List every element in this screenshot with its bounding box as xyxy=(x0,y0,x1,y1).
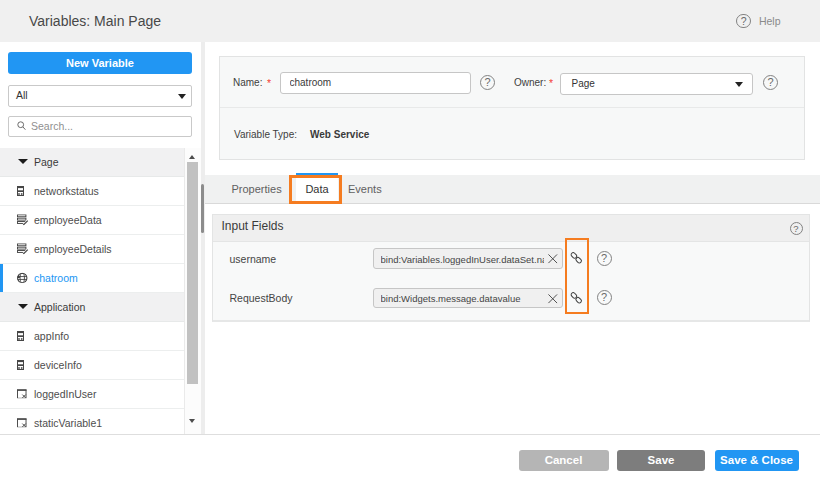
scroll-down-arrow-icon[interactable] xyxy=(189,419,195,423)
input-fields-header: Input Fields ? xyxy=(213,215,810,242)
tree-item-label: deviceInfo xyxy=(34,359,82,371)
owner-select[interactable]: Page xyxy=(560,73,753,95)
new-variable-button[interactable]: New Variable xyxy=(8,52,192,75)
requestbody-label: RequestBody xyxy=(230,292,293,304)
live-variable-icon xyxy=(17,214,29,226)
tree-item-label: networkstatus xyxy=(34,185,99,197)
sidebar-scrollbar[interactable] xyxy=(184,148,201,435)
name-input[interactable] xyxy=(280,72,471,94)
static-variable-icon xyxy=(17,389,27,399)
tree-item-label: employeeDetails xyxy=(34,243,112,255)
annotation-box-data-tab xyxy=(289,175,342,204)
dialog-header: Variables: Main Page ? Help xyxy=(0,0,820,42)
variable-type-value: Web Service xyxy=(310,129,369,140)
triangle-collapse-icon xyxy=(18,304,28,309)
save-and-close-button[interactable]: Save & Close xyxy=(715,450,799,471)
dialog-footer: Cancel Save Save & Close xyxy=(0,434,820,489)
search-icon xyxy=(17,121,26,131)
static-variable-icon xyxy=(17,418,27,428)
triangle-collapse-icon xyxy=(18,159,28,164)
search-input[interactable] xyxy=(31,120,171,132)
tab-events[interactable]: Events xyxy=(348,175,382,204)
tree-item-appInfo[interactable]: appInfo xyxy=(0,322,184,351)
help-label: Help xyxy=(759,15,781,27)
owner-label: Owner: xyxy=(514,77,546,88)
annotation-box-bind-links xyxy=(565,238,589,314)
cancel-button[interactable]: Cancel xyxy=(519,450,609,471)
username-bind-value: bind:Variables.loggedInUser.dataSet.na xyxy=(381,254,544,265)
requestbody-bind-input[interactable]: bind:Widgets.message.datavalue xyxy=(373,288,563,309)
variable-filter-select[interactable]: All xyxy=(8,85,192,107)
tree-item-label: staticVariable1 xyxy=(34,417,102,429)
tree-item-employeeDetails[interactable]: employeeDetails xyxy=(0,235,184,264)
main-scrollbar-thumb[interactable] xyxy=(201,184,204,233)
tree-item-loggedInUser[interactable]: loggedInUser xyxy=(0,380,184,409)
save-button[interactable]: Save xyxy=(617,450,705,471)
variables-sidebar: New Variable All Page networkstatus xyxy=(0,42,200,434)
tree-item-employeeData[interactable]: employeeData xyxy=(0,206,184,235)
help-button[interactable]: ? Help xyxy=(736,0,780,42)
name-help-icon[interactable]: ? xyxy=(480,75,495,90)
live-variable-icon xyxy=(17,243,29,255)
tree-item-label: chatroom xyxy=(34,272,78,284)
model-variable-icon xyxy=(17,360,24,370)
tree-item-chatroom[interactable]: chatroom xyxy=(0,264,184,293)
tree-group-page[interactable]: Page xyxy=(0,148,184,177)
chevron-down-icon xyxy=(735,82,743,87)
variables-tree: Page networkstatus employeeData xyxy=(0,148,184,435)
tab-properties[interactable]: Properties xyxy=(232,175,282,204)
required-asterisk: * xyxy=(549,77,553,89)
name-owner-row: Name: * ? Owner: * Page ? xyxy=(220,57,805,107)
variable-type-row: Variable Type: Web Service xyxy=(220,108,805,160)
username-bind-input[interactable]: bind:Variables.loggedInUser.dataSet.na xyxy=(373,248,563,269)
variable-type-label: Variable Type: xyxy=(234,129,297,140)
tree-item-networkstatus[interactable]: networkstatus xyxy=(0,177,184,206)
requestbody-bind-value: bind:Widgets.message.datavalue xyxy=(381,293,544,304)
scrollbar-thumb[interactable] xyxy=(187,162,198,384)
tree-group-application[interactable]: Application xyxy=(0,293,184,322)
chevron-down-icon xyxy=(178,94,186,99)
clear-binding-icon[interactable] xyxy=(547,293,559,305)
scroll-up-arrow-icon[interactable] xyxy=(189,155,195,159)
owner-value: Page xyxy=(572,78,595,89)
tree-group-label: Application xyxy=(34,301,85,313)
page-title: Variables: Main Page xyxy=(29,0,161,42)
name-label: Name: xyxy=(233,77,262,88)
variable-filter-value: All xyxy=(16,89,28,101)
tree-item-label: employeeData xyxy=(34,214,102,226)
search-box xyxy=(8,116,192,137)
model-variable-icon xyxy=(17,186,24,196)
username-label: username xyxy=(230,253,277,265)
variable-summary-panel: Name: * ? Owner: * Page ? Variable Type:… xyxy=(219,56,806,160)
tree-group-label: Page xyxy=(34,156,59,168)
requestbody-help-icon[interactable]: ? xyxy=(597,290,612,305)
input-fields-title: Input Fields xyxy=(222,219,284,233)
input-fields-help-icon[interactable]: ? xyxy=(790,222,803,235)
main-scrollbar-track[interactable] xyxy=(201,42,206,434)
clear-binding-icon[interactable] xyxy=(547,253,559,265)
web-service-variable-icon xyxy=(17,272,28,283)
help-circle-icon: ? xyxy=(736,14,751,29)
tree-item-label: loggedInUser xyxy=(34,388,96,400)
username-help-icon[interactable]: ? xyxy=(597,251,612,266)
tree-item-label: appInfo xyxy=(34,330,69,342)
owner-help-icon[interactable]: ? xyxy=(763,75,778,90)
model-variable-icon xyxy=(17,331,24,341)
tree-item-deviceInfo[interactable]: deviceInfo xyxy=(0,351,184,380)
required-asterisk: * xyxy=(267,77,271,89)
tree-item-staticVariable1[interactable]: staticVariable1 xyxy=(0,409,184,435)
